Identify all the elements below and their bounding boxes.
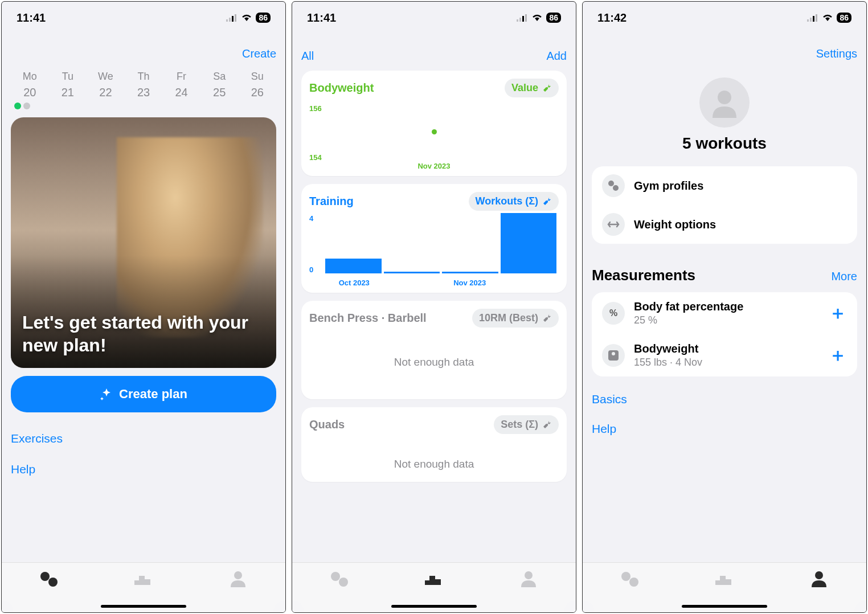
tab-profile[interactable] xyxy=(806,568,832,589)
svg-rect-2 xyxy=(232,16,234,22)
card-title: Training xyxy=(309,195,354,208)
svg-rect-14 xyxy=(807,19,809,22)
quads-card[interactable]: Quads Sets (Σ) Not enough data xyxy=(301,407,567,482)
add-button[interactable]: ＋ xyxy=(829,301,847,326)
settings-link[interactable]: Settings xyxy=(592,47,857,60)
add-button[interactable]: ＋ xyxy=(829,343,847,368)
home-indicator xyxy=(101,605,186,608)
svg-rect-15 xyxy=(810,18,812,22)
bodyweight-chart: 156 154 Nov 2023 xyxy=(309,102,559,170)
svg-rect-16 xyxy=(813,16,814,22)
training-card[interactable]: Training Workouts (Σ) 4 0 Oct 2023 xyxy=(301,184,567,293)
basics-link[interactable]: Basics xyxy=(592,392,857,406)
profile-list: Gym profiles Weight options xyxy=(592,166,857,244)
tab-home[interactable] xyxy=(617,568,642,589)
workouts-chip[interactable]: Workouts (Σ) xyxy=(469,192,559,211)
svg-rect-7 xyxy=(517,19,518,22)
wifi-icon xyxy=(241,14,252,22)
percent-icon: % xyxy=(602,302,625,325)
week-strip[interactable]: Mo20 Tu21 We22 Th23 Fr24 Sa25 Su26 xyxy=(11,71,276,99)
measurements-list: % Body fat percentage 25 % ＋ Bodyweight … xyxy=(592,292,857,376)
profile-screen: 11:42 86 Settings 5 workouts Gym profile… xyxy=(582,1,867,613)
page-dots xyxy=(14,103,276,109)
svg-point-22 xyxy=(612,352,615,355)
value-chip[interactable]: Value xyxy=(505,79,559,97)
bar xyxy=(325,259,382,274)
tab-home[interactable] xyxy=(327,568,352,589)
scale-icon xyxy=(602,344,625,367)
week-day[interactable]: Su26 xyxy=(238,71,276,99)
signal-icon xyxy=(807,14,818,22)
sets-chip[interactable]: Sets (Σ) xyxy=(494,415,559,434)
battery-level: 86 xyxy=(837,13,851,23)
all-link[interactable]: All xyxy=(301,50,314,63)
weight-options-row[interactable]: Weight options xyxy=(592,205,857,244)
clock: 11:41 xyxy=(17,11,46,24)
create-link[interactable]: Create xyxy=(11,47,276,60)
week-day[interactable]: Mo20 xyxy=(11,71,49,99)
clock: 11:42 xyxy=(597,11,627,24)
workout-count: 5 workouts xyxy=(592,134,857,153)
svg-point-11 xyxy=(331,572,340,581)
status-bar: 11:41 86 xyxy=(2,2,285,30)
week-day[interactable]: Tu21 xyxy=(49,71,87,99)
svg-rect-0 xyxy=(226,19,228,22)
status-bar: 11:42 86 xyxy=(583,2,866,30)
tab-home[interactable] xyxy=(36,568,62,589)
svg-rect-3 xyxy=(235,14,236,22)
avatar[interactable] xyxy=(699,77,750,128)
home-screen: 11:41 86 Create Mo20 Tu21 We22 Th23 Fr24… xyxy=(1,1,286,613)
week-day[interactable]: Sa25 xyxy=(200,71,239,99)
tab-stats[interactable] xyxy=(131,568,156,589)
wifi-icon xyxy=(531,14,543,22)
add-link[interactable]: Add xyxy=(546,50,567,63)
card-title: Bodyweight xyxy=(309,81,374,95)
create-plan-button[interactable]: Create plan xyxy=(11,376,276,412)
person-icon xyxy=(709,87,740,118)
wrench-icon xyxy=(542,313,552,324)
training-chart: 4 0 Oct 2023 Nov 2023 xyxy=(309,213,559,287)
svg-rect-8 xyxy=(519,18,521,22)
sparkle-icon xyxy=(100,387,113,401)
more-link[interactable]: More xyxy=(831,270,857,283)
svg-rect-10 xyxy=(525,14,527,22)
tab-stats[interactable] xyxy=(712,568,737,589)
week-day[interactable]: Th23 xyxy=(125,71,163,99)
hero-text: Let's get started with your new plan! xyxy=(22,311,265,357)
week-day[interactable]: Fr24 xyxy=(162,71,200,99)
hero-card[interactable]: Let's get started with your new plan! xyxy=(11,117,276,368)
tab-stats[interactable] xyxy=(421,568,447,589)
exercises-link[interactable]: Exercises xyxy=(11,432,276,445)
tab-profile[interactable] xyxy=(226,568,251,589)
svg-point-6 xyxy=(234,571,242,579)
week-day[interactable]: We22 xyxy=(87,71,125,99)
svg-point-13 xyxy=(525,571,533,579)
bodyweight-row[interactable]: Bodyweight 155 lbs · 4 Nov ＋ xyxy=(592,334,857,376)
10rm-chip[interactable]: 10RM (Best) xyxy=(472,309,559,328)
signal-icon xyxy=(226,14,238,22)
data-point-icon xyxy=(432,129,437,134)
bench-card[interactable]: Bench Press · Barbell 10RM (Best) Not en… xyxy=(301,301,567,399)
bodyfat-row[interactable]: % Body fat percentage 25 % ＋ xyxy=(592,292,857,334)
create-plan-label: Create plan xyxy=(119,387,187,402)
clock: 11:41 xyxy=(307,11,336,24)
battery-level: 86 xyxy=(256,13,271,23)
help-link[interactable]: Help xyxy=(592,422,857,436)
home-indicator xyxy=(682,605,767,608)
bodyweight-card[interactable]: Bodyweight Value 156 154 Nov 2023 xyxy=(301,71,567,176)
dot-icon xyxy=(23,103,30,109)
gym-profiles-row[interactable]: Gym profiles xyxy=(592,166,857,205)
bar xyxy=(384,272,440,273)
bar xyxy=(442,272,498,273)
dot-active-icon xyxy=(14,103,21,109)
wrench-icon xyxy=(542,197,552,207)
card-title: Quads xyxy=(309,418,345,431)
svg-point-24 xyxy=(629,578,638,587)
wrench-icon xyxy=(542,420,552,430)
svg-point-25 xyxy=(815,571,823,579)
svg-point-18 xyxy=(718,91,731,104)
measurements-heading: Measurements xyxy=(592,267,695,284)
status-bar: 11:41 86 xyxy=(292,2,576,30)
help-link[interactable]: Help xyxy=(11,462,276,476)
tab-profile[interactable] xyxy=(516,568,541,589)
